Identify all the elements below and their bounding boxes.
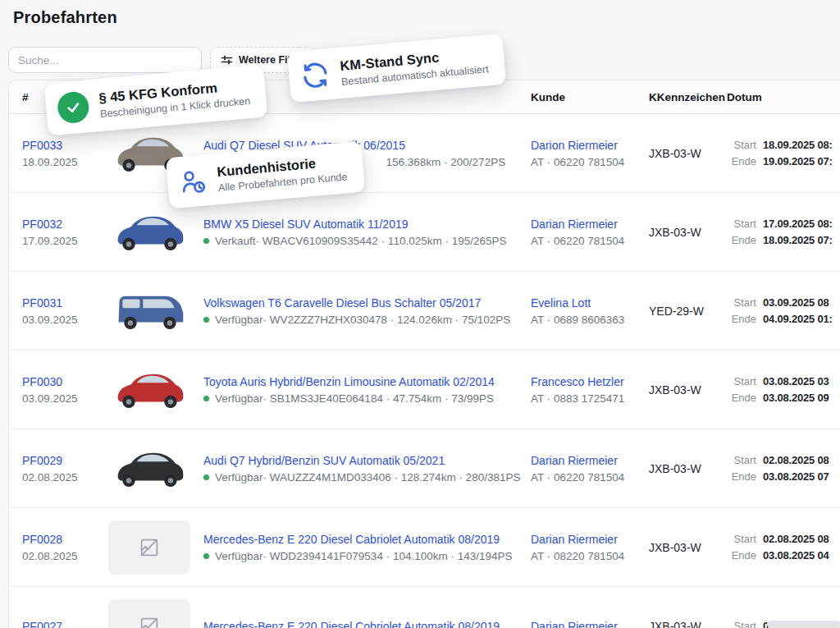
vehicle-image-placeholder-icon bbox=[108, 599, 190, 628]
probefahrt-id-link[interactable]: PF0031 bbox=[22, 296, 108, 309]
license-plate: JXB-03-W bbox=[649, 383, 701, 397]
datum-start: Start02.08.2025 08 bbox=[727, 533, 840, 545]
vehicle-meta: Verfügbar · WDD2394141F079534 · 104.100k… bbox=[203, 550, 531, 562]
customer-contact: AT · 08220 781504 bbox=[531, 550, 649, 562]
probefahrt-id-link[interactable]: PF0027 bbox=[22, 620, 108, 628]
header-kennzeichen: KKennzeichen bbox=[649, 91, 727, 103]
datum-label: Start bbox=[727, 218, 756, 230]
datum-value: 02.08.2025 08 bbox=[763, 533, 829, 545]
probefahrt-id-link[interactable]: PF0030 bbox=[22, 375, 108, 388]
status-text: Verfügbar bbox=[215, 471, 263, 484]
datum-value: 03.08.2025 09 bbox=[763, 392, 829, 404]
license-plate: JXB-03-W bbox=[649, 462, 701, 475]
customer-link[interactable]: Darian Riermeier bbox=[531, 620, 649, 628]
sliders-filter-icon bbox=[221, 54, 233, 66]
created-date: 03.09.2025 bbox=[22, 392, 108, 405]
status-text: Verfügbar bbox=[215, 314, 263, 326]
vehicle-link[interactable]: Toyota Auris Hybrid/Benzin Limousine Aut… bbox=[203, 375, 531, 388]
customer-link[interactable]: Darian Riermeier bbox=[531, 218, 649, 231]
search-input[interactable] bbox=[8, 47, 202, 73]
datum-label: Ende bbox=[727, 392, 756, 404]
probefahrt-id-link[interactable]: PF0028 bbox=[22, 533, 108, 546]
vehicle-meta: Verfügbar · SB1MS3JE40E064184 · 47.754km… bbox=[203, 392, 531, 405]
vehicle-link[interactable]: Volkswagen T6 Caravelle Diesel Bus Schal… bbox=[203, 296, 531, 309]
datum-value: 03.08.2025 03 bbox=[763, 375, 829, 387]
datum-start: Start03.08.2025 03 bbox=[727, 375, 840, 387]
datum-value: 03.08.2025 07 bbox=[763, 470, 829, 483]
datum-value: 03.09.2025 08 bbox=[763, 296, 829, 309]
customer-link[interactable]: Evelina Lott bbox=[531, 296, 649, 309]
customer-link[interactable]: Francesco Hetzler bbox=[531, 375, 649, 388]
vehicle-link[interactable]: BMW X5 Diesel SUV Automatik 11/2019 bbox=[203, 218, 531, 231]
vehicle-thumbnail bbox=[108, 442, 190, 496]
created-date: 17.09.2025 bbox=[22, 235, 108, 247]
datum-label: Ende bbox=[727, 234, 756, 246]
vehicle-link[interactable]: Audi Q7 Diesel SUV Automatik 06/2015 bbox=[203, 139, 531, 152]
vehicle-meta: Verkauft · WBACV610909S35442 · 110.025km… bbox=[203, 235, 531, 247]
probefahrt-id-link[interactable]: PF0032 bbox=[22, 218, 108, 231]
header-datum: Dotum bbox=[727, 91, 840, 103]
status-text: Verfügbar bbox=[215, 550, 263, 562]
sync-icon bbox=[299, 59, 331, 91]
license-plate: JXB-03-W bbox=[649, 620, 701, 628]
created-date: 02.08.2025 bbox=[22, 471, 108, 484]
license-plate: YED-29-W bbox=[649, 305, 704, 318]
table-row: PF003003.09.2025 Toyota Auris Hybrid/Ben… bbox=[9, 351, 840, 429]
status-dot-icon bbox=[203, 396, 209, 401]
check-circle-icon bbox=[57, 90, 90, 124]
vehicle-details: · WAUZZZ4M1MD033406 · 128.274km · 280/38… bbox=[263, 471, 521, 484]
vehicle-link[interactable]: Mercedes-Benz E 220 Diesel Cabriolet Aut… bbox=[203, 533, 531, 546]
customer-history-icon bbox=[178, 166, 208, 196]
status-dot-icon bbox=[203, 238, 209, 244]
vehicle-thumbnail bbox=[108, 284, 190, 338]
datum-label: Ende bbox=[727, 549, 756, 562]
customer-link[interactable]: Darion Riermeier bbox=[531, 139, 649, 152]
table-row: PF0027 Mercedes-Benz E 220 Diesel Cobrio… bbox=[9, 587, 840, 628]
status-text: Verkauft bbox=[215, 235, 256, 247]
horizontal-scrollbar-thumb[interactable] bbox=[767, 621, 840, 628]
probefahrten-table: # Kunde KKennzeichen Dotum PF003318.09.2… bbox=[8, 80, 840, 628]
vehicle-details: · WDD2394141F079534 · 104.100km · 143/19… bbox=[263, 550, 513, 562]
customer-contact: AT · 0883 1725471 bbox=[531, 392, 649, 405]
toolbar: Weltere Filter bbox=[8, 47, 314, 73]
datum-label: Start bbox=[727, 620, 756, 628]
datum-start: Start03.09.2025 08 bbox=[727, 296, 840, 309]
datum-label: Ende bbox=[727, 313, 756, 325]
probefahrt-id-link[interactable]: PF0029 bbox=[22, 454, 108, 467]
created-date: 02.08.2025 bbox=[22, 550, 108, 562]
vehicle-meta: Verfügbar · WV2ZZZ7HZHX030478 · 124.026k… bbox=[203, 314, 531, 326]
table-row: PF002802.08.2025 Mercedes-Benz E 220 Die… bbox=[9, 508, 840, 587]
status-dot-icon bbox=[203, 317, 209, 323]
customer-contact: AT · 06220 781504 bbox=[531, 156, 649, 168]
datum-end: Ende03.08.2025 07 bbox=[727, 470, 840, 483]
datum-start: Start02.08.2025 08 bbox=[727, 454, 840, 466]
datum-start: Start17.09.2025 08: bbox=[727, 218, 840, 230]
datum-value: 18.09.2025 08: bbox=[763, 139, 833, 151]
datum-value: 03.08.2025 04 bbox=[763, 549, 829, 562]
vehicle-meta: Verfügbar · WAUZZZ4M1MD033406 · 128.274k… bbox=[203, 471, 531, 484]
datum-label: Start bbox=[727, 454, 756, 466]
table-body: PF003318.09.2025 Audi Q7 Diesel SUV Auto… bbox=[9, 114, 840, 628]
license-plate: JXB-03-W bbox=[649, 147, 701, 160]
status-text: Verfügbar bbox=[215, 392, 263, 405]
datum-label: Start bbox=[727, 375, 756, 387]
datum-end: Ende03.08.2025 09 bbox=[727, 392, 840, 404]
datum-start: Start18.09.2025 08: bbox=[727, 139, 840, 151]
datum-value: 18.09.2025 07: bbox=[763, 234, 833, 246]
datum-label: Start bbox=[727, 533, 756, 545]
datum-end: Ende19.09.2025 07: bbox=[727, 155, 840, 167]
status-dot-icon bbox=[203, 553, 209, 559]
vehicle-link[interactable]: Mercedes-Benz E 220 Diesel Cobriolet Aut… bbox=[203, 620, 531, 628]
datum-value: 19.09.2025 07: bbox=[763, 155, 833, 167]
customer-link[interactable]: Darian Riermeier bbox=[531, 454, 649, 467]
datum-value: 04.09.2025 01: bbox=[763, 313, 833, 325]
datum-end: Ende18.09.2025 07: bbox=[727, 234, 840, 246]
vehicle-details: · SB1MS3JE40E064184 · 47.754km · 73/99PS bbox=[263, 392, 494, 405]
datum-end: Ende04.09.2025 01: bbox=[727, 313, 840, 325]
page-title: Probefahrten bbox=[13, 8, 117, 27]
customer-link[interactable]: Darian Riermeier bbox=[531, 533, 649, 546]
table-row: PF002902.08.2025 Audi Q7 Hybrid/Benzin S… bbox=[9, 429, 840, 508]
customer-contact: AT · 0689 8606363 bbox=[531, 314, 649, 326]
probefahrt-id-link[interactable]: PF0033 bbox=[22, 139, 108, 152]
vehicle-link[interactable]: Audi Q7 Hybrid/Benzin SUV Automatik 05/2… bbox=[203, 454, 531, 467]
